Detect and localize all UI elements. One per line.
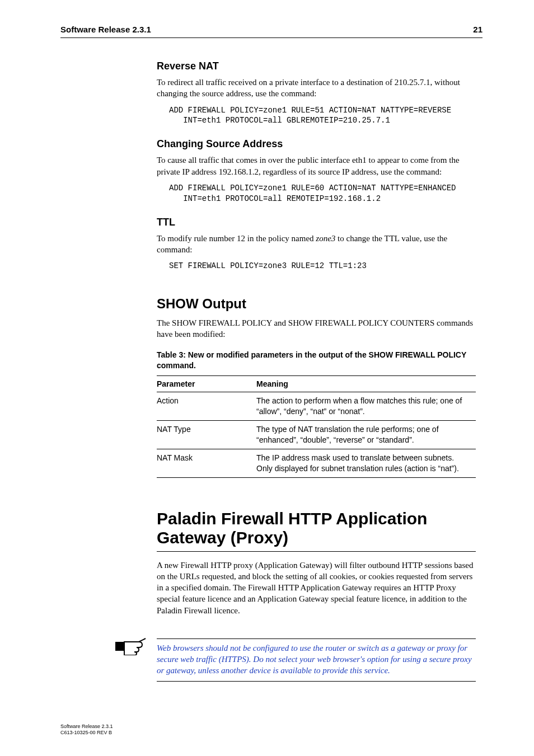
runhead-left: Software Release 2.3.1 xyxy=(60,25,151,34)
running-header: Software Release 2.3.1 21 xyxy=(60,25,483,37)
table-caption: Table 3: New or modified parameters in t… xyxy=(157,350,476,371)
cell-meaning: The type of NAT translation the rule per… xyxy=(256,421,476,449)
page: Software Release 2.3.1 21 Reverse NAT To… xyxy=(0,0,534,756)
runhead-page-number: 21 xyxy=(473,25,483,34)
pointing-hand-icon xyxy=(114,636,148,658)
note-rule-top xyxy=(157,638,476,639)
heading-reverse-nat: Reverse NAT xyxy=(157,60,476,72)
th-parameter: Parameter xyxy=(157,376,256,392)
footer-line-2: C613-10325-00 REV B xyxy=(60,730,113,736)
runhead-rule xyxy=(60,37,483,38)
para-ttl-pre: To modify rule number 12 in the policy n… xyxy=(157,234,316,243)
code-ttl: SET FIREWALL POLICY=zone3 RULE=12 TTL=1:… xyxy=(169,261,476,271)
heading-ttl: TTL xyxy=(157,217,476,228)
page-footer: Software Release 2.3.1 C613-10325-00 REV… xyxy=(60,724,113,736)
para-show-output: The SHOW FIREWALL POLICY and SHOW FIREWA… xyxy=(157,317,476,340)
table-row: NAT Type The type of NAT translation the… xyxy=(157,421,476,449)
heading-paladin: Paladin Firewall HTTP Application Gatewa… xyxy=(157,509,476,548)
cell-param: NAT Mask xyxy=(157,449,256,477)
code-change-src: ADD FIREWALL POLICY=zone1 RULE=60 ACTION… xyxy=(169,183,476,204)
cell-meaning: The action to perform when a flow matche… xyxy=(256,392,476,421)
cell-meaning: The IP address mask used to translate be… xyxy=(256,449,476,477)
note-block: Web browsers should not be configured to… xyxy=(157,638,476,682)
heading-show-output: SHOW Output xyxy=(157,296,476,312)
svg-rect-0 xyxy=(115,642,124,651)
table-show-policy: Parameter Meaning Action The action to p… xyxy=(157,375,476,477)
body-content: Reverse NAT To redirect all traffic rece… xyxy=(157,60,476,682)
table-header-row: Parameter Meaning xyxy=(157,376,476,392)
para-paladin: A new Firewall HTTP proxy (Application G… xyxy=(157,560,476,616)
para-ttl-em: zone3 xyxy=(316,234,335,243)
table-row: NAT Mask The IP address mask used to tra… xyxy=(157,449,476,477)
heading-paladin-rule xyxy=(157,551,476,552)
code-reverse-nat: ADD FIREWALL POLICY=zone1 RULE=51 ACTION… xyxy=(169,105,476,126)
note-rule-bottom xyxy=(157,681,476,682)
cell-param: Action xyxy=(157,392,256,421)
table-row: Action The action to perform when a flow… xyxy=(157,392,476,421)
heading-change-src: Changing Source Address xyxy=(157,138,476,150)
para-reverse-nat: To redirect all traffic received on a pr… xyxy=(157,77,476,100)
note-text: Web browsers should not be configured to… xyxy=(157,642,476,677)
cell-param: NAT Type xyxy=(157,421,256,449)
footer-line-1: Software Release 2.3.1 xyxy=(60,724,113,730)
th-meaning: Meaning xyxy=(256,376,476,392)
heading-paladin-l2: Gateway (Proxy) xyxy=(157,528,288,547)
para-change-src: To cause all traffic that comes in over … xyxy=(157,154,476,177)
para-ttl: To modify rule number 12 in the policy n… xyxy=(157,233,476,256)
heading-paladin-l1: Paladin Firewall HTTP Application xyxy=(157,509,427,528)
